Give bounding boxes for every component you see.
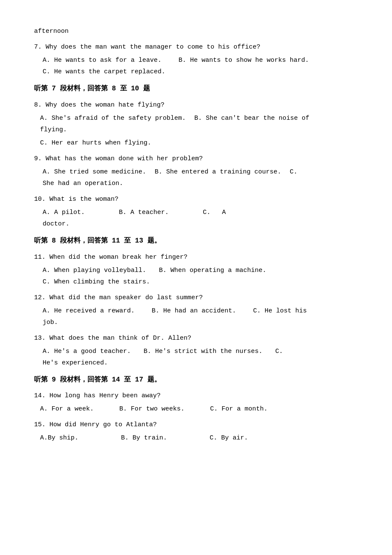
q13-option-c-cont: He's experienced. [43, 357, 358, 369]
q7-option-b: B. He wants to show he works hard. [179, 55, 309, 66]
q13-option-c: C. [275, 346, 283, 357]
q8-text: 8. Why does the woman hate flying? [34, 99, 358, 111]
q11-option-a: A. When playing volleyball. [43, 265, 146, 276]
q10-options-row: A. A pilot. B. A teacher. C. A [43, 207, 358, 218]
section-8-header: 听第 8 段材料，回答第 11 至 13 题。 [34, 235, 358, 247]
question-10: 10. What is the woman? A. A pilot. B. A … [34, 194, 358, 230]
q8-option-b-cont: flying. [40, 124, 358, 136]
q12-options-row: A. He received a reward. B. He had an ac… [43, 305, 358, 317]
q12-option-c: C. He lost his [253, 305, 307, 317]
q13-option-b: B. He's strict with the nurses. [144, 346, 262, 357]
section-7-header: 听第 7 段材料，回答第 8 至 10 题 [34, 83, 358, 95]
question-7: 7. Why does the man want the manager to … [34, 41, 358, 78]
q15-options: A.By ship. B. By train. C. By air. [40, 432, 358, 444]
q7-option-c: C. He wants the carpet replaced. [43, 66, 358, 78]
q14-options: A. For a week. B. For two weeks. C. For … [40, 403, 358, 415]
q13-option-a: A. He's a good teacher. [43, 346, 131, 357]
q8-option-c: C. Her ear hurts when flying. [40, 137, 358, 149]
q11-options: A. When playing volleyball. B. When oper… [43, 265, 358, 288]
q14-option-c: C. For a month. [210, 403, 268, 415]
q14-option-b: B. For two weeks. [119, 403, 184, 415]
q15-option-c: C. By air. [210, 432, 248, 444]
q12-options: A. He received a reward. B. He had an ac… [43, 305, 358, 328]
q9-option-c: C. [290, 166, 297, 178]
question-13: 13. What does the man think of Dr. Allen… [34, 332, 358, 369]
q10-option-a: A. A pilot. [43, 207, 85, 218]
q13-text: 13. What does the man think of Dr. Allen… [34, 332, 358, 344]
page-content: afternoon 7. Why does the man want the m… [34, 26, 358, 444]
q15-option-b: B. By train. [121, 432, 167, 444]
q15-text: 15. How did Henry go to Atlanta? [34, 419, 358, 431]
q9-option-a: A. She tried some medicine. [43, 166, 146, 178]
q14-option-a: A. For a week. [40, 403, 94, 415]
q9-option-c-cont: She had an operation. [43, 178, 358, 189]
q12-text: 12. What did the man speaker do last sum… [34, 292, 358, 304]
q10-options: A. A pilot. B. A teacher. C. A doctor. [43, 207, 358, 230]
q11-options-row: A. When playing volleyball. B. When oper… [43, 265, 358, 276]
q10-option-c-cont: doctor. [43, 218, 358, 230]
q8-options: A. She's afraid of the safety problem. B… [40, 113, 358, 149]
question-11: 11. When did the woman break her finger?… [34, 251, 358, 288]
q12-option-b: B. He had an accident. [152, 305, 236, 317]
q13-options: A. He's a good teacher. B. He's strict w… [43, 346, 358, 369]
question-12: 12. What did the man speaker do last sum… [34, 292, 358, 328]
q7-option-a: A. He wants to ask for a leave. [43, 55, 161, 66]
q7-options: A. He wants to ask for a leave. B. He wa… [43, 55, 358, 78]
q13-options-row: A. He's a good teacher. B. He's strict w… [43, 346, 358, 357]
q10-text: 10. What is the woman? [34, 194, 358, 205]
q15-options-row: A.By ship. B. By train. C. By air. [40, 432, 358, 444]
question-15: 15. How did Henry go to Atlanta? A.By sh… [34, 419, 358, 444]
question-14: 14. How long has Henry been away? A. For… [34, 390, 358, 415]
question-9: 9. What has the woman done with her prob… [34, 153, 358, 189]
q14-options-row: A. For a week. B. For two weeks. C. For … [40, 403, 358, 415]
opening-line: afternoon [34, 26, 358, 37]
q9-options: A. She tried some medicine. B. She enter… [43, 166, 358, 189]
q10-option-c: C. A [203, 207, 226, 218]
q8-options-row: A. She's afraid of the safety problem. B… [40, 113, 358, 124]
q7-options-row: A. He wants to ask for a leave. B. He wa… [43, 55, 358, 66]
q12-option-a: A. He received a reward. [43, 305, 135, 317]
q10-option-b: B. A teacher. [119, 207, 169, 218]
question-8: 8. Why does the woman hate flying? A. Sh… [34, 99, 358, 149]
q15-option-a: A.By ship. [40, 432, 78, 444]
q8-option-a: A. She's afraid of the safety problem. [40, 113, 186, 124]
opening-text: afternoon [34, 28, 69, 35]
q9-text: 9. What has the woman done with her prob… [34, 153, 358, 165]
section-9-header: 听第 9 段材料，回答第 14 至 17 题。 [34, 374, 358, 386]
q9-option-b: B. She entered a training course. [155, 166, 281, 178]
q11-text: 11. When did the woman break her finger? [34, 251, 358, 263]
q12-option-c-cont: job. [43, 317, 358, 328]
q14-text: 14. How long has Henry been away? [34, 390, 358, 402]
q11-option-b: B. When operating a machine. [159, 265, 266, 276]
q11-option-c: C. When climbing the stairs. [43, 276, 358, 288]
q8-option-b: B. She can't bear the noise of [194, 113, 309, 124]
q7-text: 7. Why does the man want the manager to … [34, 41, 358, 53]
q9-options-row: A. She tried some medicine. B. She enter… [43, 166, 358, 178]
